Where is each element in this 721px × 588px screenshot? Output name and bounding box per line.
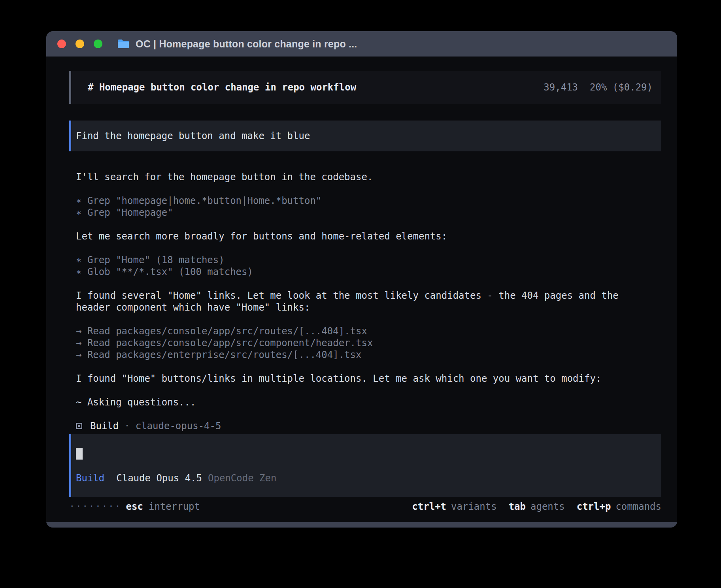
shortcut-label: variants — [451, 501, 497, 513]
shortcut-commands: ctrl+p commands — [577, 501, 661, 513]
agent-status-row: Build · claude-opus-4-5 — [76, 420, 661, 432]
minimize-button[interactable] — [75, 40, 84, 48]
terminal-window: OC | Homepage button color change in rep… — [46, 31, 677, 528]
zoom-button[interactable] — [94, 40, 102, 48]
shortcut-key: ctrl+t — [412, 501, 446, 513]
shortcut-label: agents — [530, 501, 565, 513]
input-provider-label: OpenCode Zen — [208, 472, 276, 484]
assistant-text: I'll search for the homepage button in t… — [76, 171, 661, 183]
agent-name: Build — [90, 420, 119, 432]
esc-label: interrupt — [149, 501, 200, 513]
token-count: 39,413 — [544, 81, 578, 93]
prompt-input[interactable]: Build Claude Opus 4.5 OpenCode Zen — [69, 434, 661, 497]
tool-call-read: → Read packages/console/app/src/componen… — [76, 337, 661, 349]
titlebar: OC | Homepage button color change in rep… — [46, 31, 677, 57]
esc-key-hint: esc — [126, 501, 143, 513]
assistant-text: I found several "Home" links. Let me loo… — [76, 290, 661, 313]
folder-icon — [117, 39, 129, 49]
tool-call-grep: ∗ Grep "Home" (18 matches) — [76, 254, 661, 266]
separator-dot: · — [124, 420, 130, 432]
transcript: I'll search for the homepage button in t… — [76, 171, 661, 432]
session-stats: 39,413 20% ($0.29) — [544, 81, 653, 93]
window-title: OC | Homepage button color change in rep… — [136, 38, 357, 50]
tool-call-read: → Read packages/console/app/src/routes/[… — [76, 325, 661, 337]
input-meta: Build Claude Opus 4.5 OpenCode Zen — [76, 472, 661, 484]
tool-call-read: → Read packages/enterprise/src/routes/[.… — [76, 349, 661, 361]
text-cursor — [76, 448, 83, 460]
traffic-lights — [57, 40, 102, 48]
tool-call-grep: ∗ Grep "Homepage" — [76, 207, 661, 219]
shortcut-hints: ctrl+t variants tab agents ctrl+p comman… — [412, 501, 661, 513]
session-header: # Homepage button color change in repo w… — [69, 71, 661, 104]
assistant-text: I found "Home" buttons/links in multiple… — [76, 373, 661, 384]
user-message-text: Find the homepage button and make it blu… — [76, 130, 310, 142]
agent-icon — [76, 423, 82, 429]
close-button[interactable] — [57, 40, 66, 48]
status-bar: ········ esc interrupt ctrl+t variants t… — [69, 500, 661, 513]
assistant-text: Let me search more broadly for buttons a… — [76, 230, 661, 242]
status-text: ~ Asking questions... — [76, 396, 661, 408]
tool-call-glob: ∗ Glob "**/*.tsx" (100 matches) — [76, 266, 661, 278]
agent-model: claude-opus-4-5 — [136, 420, 221, 432]
tool-call-grep: ∗ Grep "homepage|home.*button|Home.*butt… — [76, 195, 661, 207]
shortcut-variants: ctrl+t variants — [412, 501, 496, 513]
context-usage: 20% ($0.29) — [590, 81, 653, 93]
user-message: Find the homepage button and make it blu… — [69, 121, 661, 151]
shortcut-key: ctrl+p — [577, 501, 611, 513]
session-title: # Homepage button color change in repo w… — [88, 81, 544, 93]
input-model-label[interactable]: Claude Opus 4.5 — [116, 472, 202, 484]
shortcut-key: tab — [509, 501, 526, 513]
shortcut-label: commands — [615, 501, 661, 513]
terminal-content: # Homepage button color change in repo w… — [46, 57, 677, 522]
input-agent-label[interactable]: Build — [76, 472, 104, 484]
progress-dots: ········ — [69, 501, 121, 513]
shortcut-agents: tab agents — [509, 501, 565, 513]
